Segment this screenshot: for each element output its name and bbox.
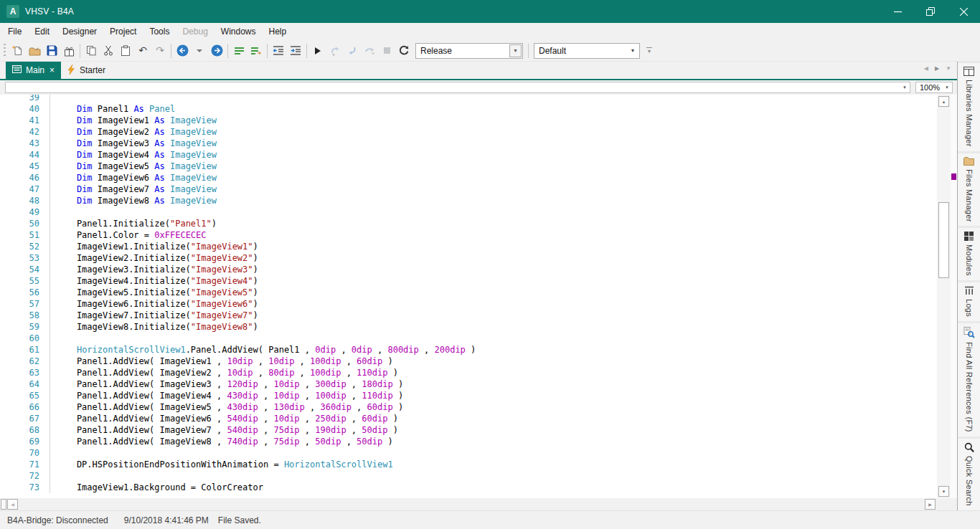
line-number[interactable]: 53 <box>0 252 50 264</box>
open-project-button[interactable] <box>26 42 43 59</box>
code-line[interactable]: 72 <box>0 470 937 482</box>
zoom-combo[interactable]: 100% ▼ <box>915 82 953 93</box>
code-line[interactable]: 60 <box>0 333 937 344</box>
tab-close-icon[interactable]: × <box>50 66 55 75</box>
sidebar-tab-find-all-references[interactable]: Find All References (F7) <box>958 323 980 437</box>
menu-file[interactable]: File <box>1 23 28 40</box>
menu-designer[interactable]: Designer <box>56 23 103 40</box>
code-line[interactable]: 49 <box>0 206 937 218</box>
scroll-up-button[interactable]: ▲ <box>938 96 949 107</box>
line-number[interactable]: 42 <box>0 126 50 138</box>
code-line[interactable]: 50 Panel1.Initialize("Panel1") <box>0 218 937 229</box>
code-line[interactable]: 41 Dim ImageView1 As ImageView <box>0 115 937 126</box>
line-number[interactable]: 61 <box>0 344 50 356</box>
line-number[interactable]: 44 <box>0 149 50 161</box>
line-number[interactable]: 68 <box>0 424 50 436</box>
code-line[interactable]: 71 DP.HSPositionEndPositionWithAnimation… <box>0 459 937 470</box>
code-line[interactable]: 69 Panel1.AddView( ImageView8 , 740dip ,… <box>0 436 937 447</box>
menu-project[interactable]: Project <box>103 23 143 40</box>
line-number[interactable]: 64 <box>0 378 50 390</box>
line-number[interactable]: 48 <box>0 195 50 206</box>
code-editor[interactable]: 3940 Dim Panel1 As Panel41 Dim ImageView… <box>0 95 957 498</box>
copy-button[interactable] <box>83 42 100 59</box>
line-number[interactable]: 63 <box>0 367 50 378</box>
line-number[interactable]: 52 <box>0 241 50 252</box>
code-line[interactable]: 66 Panel1.AddView( ImageView5 , 430dip ,… <box>0 401 937 413</box>
line-number[interactable]: 54 <box>0 264 50 275</box>
line-number[interactable]: 49 <box>0 206 50 218</box>
tab-starter[interactable]: Starter <box>61 62 112 79</box>
procedures-combo[interactable]: ▼ <box>5 82 910 93</box>
comment-button[interactable] <box>230 42 248 59</box>
code-line[interactable]: 58 ImageView7.Initialize("ImageView7") <box>0 310 937 321</box>
close-button[interactable] <box>947 0 980 23</box>
sidebar-tab-quick-search[interactable]: Quick Search <box>958 439 980 510</box>
code-line[interactable]: 46 Dim ImageView6 As ImageView <box>0 172 937 184</box>
toolbar-overflow-button[interactable]: ▼ <box>644 47 654 54</box>
minimize-button[interactable] <box>881 0 914 23</box>
line-number[interactable]: 59 <box>0 321 50 333</box>
cut-button[interactable] <box>100 42 117 59</box>
splitter-handle[interactable] <box>1 499 6 510</box>
code-line[interactable]: 67 Panel1.AddView( ImageView6 , 540dip ,… <box>0 413 937 424</box>
code-line[interactable]: 55 ImageView4.Initialize("ImageView4") <box>0 275 937 287</box>
rebuild-button[interactable] <box>395 42 413 59</box>
code-line[interactable]: 61 HorizontalScrollView1.Panel.AddView( … <box>0 344 937 356</box>
code-line[interactable]: 59 ImageView8.Initialize("ImageView8") <box>0 321 937 333</box>
code-line[interactable]: 56 ImageView5.Initialize("ImageView5") <box>0 287 937 298</box>
indent-button[interactable] <box>287 42 304 59</box>
line-number[interactable]: 69 <box>0 436 50 447</box>
sidebar-tab-logs[interactable]: Logs <box>958 282 980 321</box>
scroll-right-button[interactable]: ▶ <box>925 499 936 510</box>
menu-tools[interactable]: Tools <box>143 23 176 40</box>
code-line[interactable]: 68 Panel1.AddView( ImageView7 , 540dip ,… <box>0 424 937 436</box>
line-number[interactable]: 46 <box>0 172 50 184</box>
line-number[interactable]: 50 <box>0 218 50 229</box>
line-number[interactable]: 39 <box>0 95 50 103</box>
line-number[interactable]: 62 <box>0 356 50 367</box>
save-button[interactable] <box>43 42 60 59</box>
code-line[interactable]: 44 Dim ImageView4 As ImageView <box>0 149 937 161</box>
code-line[interactable]: 48 Dim ImageView8 As ImageView <box>0 195 937 206</box>
tab-scroll-right-icon[interactable]: ▶ <box>935 65 939 72</box>
menu-help[interactable]: Help <box>263 23 293 40</box>
line-number[interactable]: 41 <box>0 115 50 126</box>
line-number[interactable]: 58 <box>0 310 50 321</box>
code-line[interactable]: 42 Dim ImageView2 As ImageView <box>0 126 937 138</box>
toolbar-grip[interactable] <box>4 44 6 58</box>
export-package-button[interactable] <box>60 42 77 59</box>
code-line[interactable]: 51 Panel1.Color = 0xFFECECEC <box>0 229 937 241</box>
scroll-left-button[interactable]: ◀ <box>7 499 18 510</box>
vertical-scrollbar[interactable]: ▲ ▼ <box>937 95 951 498</box>
release-dropdown[interactable]: Release▼ <box>415 43 523 59</box>
code-line[interactable]: 40 Dim Panel1 As Panel <box>0 103 937 115</box>
run-button[interactable] <box>309 42 326 59</box>
tab-list-dropdown-icon[interactable]: ▼ <box>946 65 951 72</box>
code-line[interactable]: 52 ImageView1.Initialize("ImageView1") <box>0 241 937 252</box>
code-line[interactable]: 73 ImageView1.Background = ColorCreator <box>0 482 937 493</box>
new-file-button[interactable] <box>9 42 26 59</box>
restore-button[interactable] <box>914 0 947 23</box>
sidebar-tab-libraries-manager[interactable]: Libraries Manager <box>958 63 980 151</box>
tab-scroll-left-icon[interactable]: ◀ <box>924 65 928 72</box>
tab-main[interactable]: Main× <box>6 62 61 79</box>
line-number[interactable]: 57 <box>0 298 50 310</box>
horizontal-scrollbar[interactable]: ◀ ▶ <box>0 498 957 510</box>
line-number[interactable]: 72 <box>0 470 50 482</box>
line-number[interactable]: 43 <box>0 138 50 149</box>
code-line[interactable]: 64 Panel1.AddView( ImageView3 , 120dip ,… <box>0 378 937 390</box>
sidebar-tab-files-manager[interactable]: Files Manager <box>958 153 980 227</box>
line-number[interactable]: 45 <box>0 161 50 172</box>
code-line[interactable]: 39 <box>0 95 937 103</box>
code-line[interactable]: 57 ImageView6.Initialize("ImageView6") <box>0 298 937 310</box>
code-line[interactable]: 63 Panel1.AddView( ImageView2 , 10dip , … <box>0 367 937 378</box>
code-line[interactable]: 45 Dim ImageView5 As ImageView <box>0 161 937 172</box>
navigate-history-dropdown[interactable] <box>191 42 208 59</box>
undo-button[interactable]: ↶ <box>134 42 151 59</box>
line-number[interactable]: 70 <box>0 447 50 459</box>
line-number[interactable]: 40 <box>0 103 50 115</box>
line-number[interactable]: 51 <box>0 229 50 241</box>
navigate-forward-button[interactable] <box>208 42 225 59</box>
paste-button[interactable] <box>117 42 134 59</box>
menu-windows[interactable]: Windows <box>215 23 263 40</box>
